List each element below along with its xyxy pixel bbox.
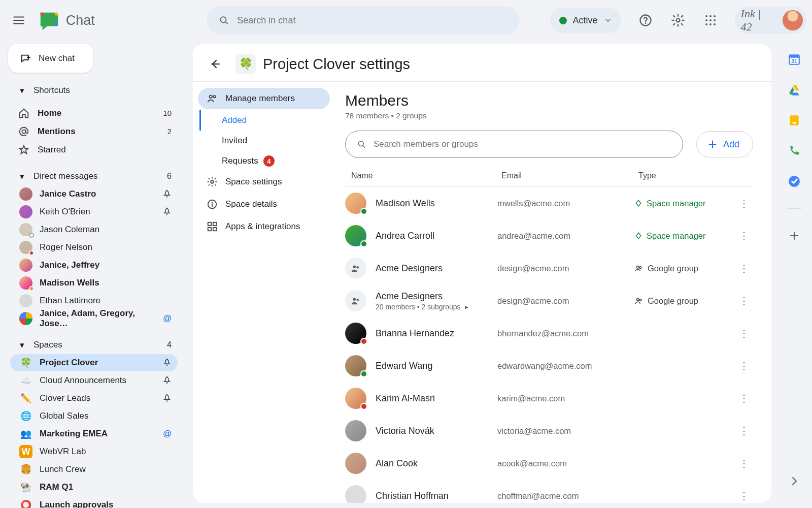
dm-item[interactable]: Janice, Jeffrey	[10, 257, 178, 274]
svg-rect-17	[790, 115, 798, 125]
svg-point-6	[714, 15, 716, 17]
space-item[interactable]: ✏️Clover Leads	[10, 390, 178, 407]
member-name: Christian Hoffman	[376, 491, 449, 501]
dm-item[interactable]: Jason Coleman	[10, 221, 178, 238]
svg-point-10	[705, 23, 707, 25]
members-subtext: 78 members • 2 groups	[345, 111, 753, 120]
submenu-requests[interactable]: Requests 4	[219, 151, 330, 171]
member-email: acook@acme.com	[497, 459, 634, 468]
back-button[interactable]	[205, 54, 225, 74]
col-type-header: Type	[638, 171, 730, 180]
space-label: Project Clover	[40, 358, 98, 368]
search-icon	[219, 15, 229, 26]
presence-dot-icon	[360, 338, 367, 345]
rail-add-button[interactable]	[788, 229, 801, 242]
presence-dot-icon	[360, 370, 367, 377]
space-item[interactable]: ⭕Launch approvals	[10, 496, 178, 508]
member-row: Victoria Novákvictoria@acme.com⋮	[345, 415, 753, 447]
space-item[interactable]: ☁️Cloud Announcements	[10, 372, 178, 389]
dm-item[interactable]: Roger Nelson	[10, 239, 178, 256]
member-more-button[interactable]: ⋮	[734, 392, 753, 404]
svg-point-35	[356, 299, 359, 301]
member-email: edwardwang@acme.com	[497, 361, 634, 371]
global-search[interactable]	[207, 6, 520, 35]
global-search-input[interactable]	[237, 15, 507, 26]
members-search-input[interactable]	[374, 139, 671, 149]
member-more-button[interactable]: ⋮	[734, 295, 753, 307]
member-email: karim@acme.com	[497, 394, 634, 403]
pin-icon	[162, 394, 172, 403]
member-row: Christian Hoffmanchoffman@acme.com⋮	[345, 480, 753, 503]
space-item[interactable]: 🍀Project Clover	[10, 354, 178, 371]
space-item[interactable]: 👥Marketing EMEA@	[10, 425, 178, 442]
avatar-icon	[345, 225, 366, 246]
rail-meet-button[interactable]	[788, 144, 801, 157]
presence-dot-icon	[360, 208, 367, 215]
member-name: Andrea Carroll	[376, 231, 434, 241]
nav-item-mentions[interactable]: Mentions2	[8, 122, 180, 140]
space-label: Clover Leads	[40, 393, 90, 403]
member-more-button[interactable]: ⋮	[734, 425, 753, 437]
support-button[interactable]	[636, 11, 655, 29]
member-row: Acme Designersdesign@acme.comGoogle grou…	[345, 252, 753, 284]
member-more-button[interactable]: ⋮	[734, 457, 753, 469]
app-brand[interactable]: Chat	[38, 9, 95, 32]
add-member-button[interactable]: Add	[696, 131, 753, 157]
space-item[interactable]: WWebVR Lab	[10, 443, 178, 460]
rail-collapse-button[interactable]	[788, 474, 801, 488]
section-count: 6	[167, 172, 172, 181]
presence-dot-icon	[29, 250, 34, 256]
member-more-button[interactable]: ⋮	[734, 490, 753, 502]
nav-section-shortcuts[interactable]: ▾ Shortcuts	[8, 82, 180, 99]
submenu-added[interactable]: Added	[199, 110, 330, 131]
dm-item[interactable]: Janice, Adam, Gregory, Jose…@	[10, 310, 178, 327]
rail-tasks-button[interactable]	[788, 175, 801, 188]
rail-calendar-button[interactable]: 31	[788, 53, 801, 66]
menu-space-settings[interactable]: Space settings	[198, 171, 330, 193]
rail-keep-button[interactable]	[788, 114, 801, 127]
rail-drive-button[interactable]	[788, 83, 801, 97]
space-item[interactable]: 🌐Global Sales	[10, 407, 178, 425]
member-more-button[interactable]: ⋮	[734, 230, 753, 242]
space-emoji-icon: 🐏	[19, 481, 32, 494]
member-email: victoria@acme.com	[497, 426, 634, 436]
space-item[interactable]: 🐏RAM Q1	[10, 479, 178, 496]
account-switcher[interactable]: Ink | 42	[735, 7, 807, 34]
apps-launcher-button[interactable]	[701, 11, 720, 29]
new-chat-button[interactable]: New chat	[8, 44, 93, 73]
avatar-icon	[19, 294, 32, 307]
settings-button[interactable]	[669, 11, 687, 29]
menu-apps-integrations[interactable]: Apps & integrations	[198, 216, 330, 237]
chat-logo-icon	[38, 9, 61, 32]
member-name: Acme Designers	[376, 291, 468, 302]
member-name: Acme Designers	[376, 263, 443, 274]
space-item[interactable]: 🍔Lunch Crew	[10, 461, 178, 478]
nav-section-direct-messages[interactable]: ▾ Direct messages 6	[8, 168, 180, 185]
menu-space-details[interactable]: Space details	[198, 194, 330, 215]
dm-label: Ethan Lattimore	[40, 296, 100, 306]
dm-item[interactable]: Madison Wells	[10, 274, 178, 292]
avatar-icon	[345, 355, 366, 376]
members-search[interactable]	[345, 131, 683, 158]
svg-point-34	[353, 298, 356, 301]
member-more-button[interactable]: ⋮	[734, 327, 753, 339]
compose-icon	[20, 53, 31, 64]
svg-rect-18	[793, 122, 796, 123]
main-menu-button[interactable]	[5, 7, 32, 34]
presence-status-selector[interactable]: Active	[550, 8, 621, 33]
space-label: Cloud Announcements	[40, 375, 126, 386]
member-type: Space manager	[634, 199, 734, 208]
dm-item[interactable]: Keith O'Brien	[10, 203, 178, 220]
member-more-button[interactable]: ⋮	[734, 262, 753, 274]
dm-item[interactable]: Janice Castro	[10, 185, 178, 203]
nav-section-spaces[interactable]: ▾ Spaces 4	[8, 336, 180, 354]
dm-item[interactable]: Ethan Lattimore	[10, 292, 178, 309]
member-more-button[interactable]: ⋮	[734, 360, 753, 372]
nav-item-starred[interactable]: Starred	[8, 141, 180, 158]
menu-manage-members[interactable]: Manage members	[198, 88, 330, 109]
member-row: Edward Wangedwardwang@acme.com⋮	[345, 350, 753, 382]
nav-item-home[interactable]: Home10	[8, 104, 180, 122]
submenu-invited[interactable]: Invited	[219, 131, 330, 151]
member-more-button[interactable]: ⋮	[734, 197, 753, 209]
section-count: 4	[167, 340, 172, 350]
